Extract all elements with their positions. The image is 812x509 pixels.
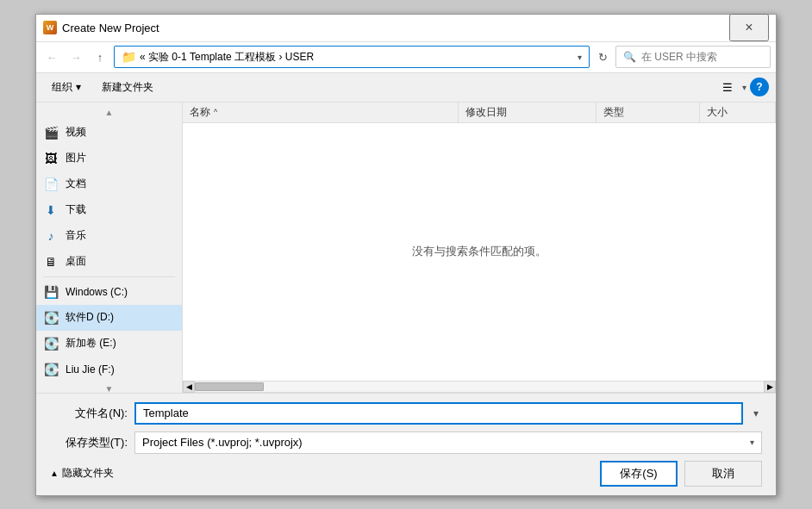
new-folder-button[interactable]: 新建文件夹 xyxy=(93,76,162,98)
filetype-value: Project Files (*.uvproj; *.uvprojx) xyxy=(142,436,303,449)
filename-dropdown-icon[interactable]: ▾ xyxy=(750,407,762,419)
create-new-project-dialog: W Create New Project × ← → ↑ 📁 « 实验 0-1 … xyxy=(35,14,777,496)
addressbar: ← → ↑ 📁 « 实验 0-1 Template 工程模板 › USER ▾ … xyxy=(36,42,776,73)
col-date-label: 修改日期 xyxy=(465,105,507,120)
close-button[interactable]: × xyxy=(729,14,769,41)
col-header-size[interactable]: 大小 xyxy=(700,102,776,122)
action-row: ▲ 隐藏文件夹 保存(S) 取消 xyxy=(50,461,762,487)
filename-input[interactable] xyxy=(134,402,743,425)
search-input[interactable] xyxy=(641,51,763,63)
address-path[interactable]: 📁 « 实验 0-1 Template 工程模板 › USER ▾ xyxy=(114,46,590,68)
f-drive-icon: 💽 xyxy=(43,363,59,376)
save-button[interactable]: 保存(S) xyxy=(600,461,678,487)
col-type-label: 类型 xyxy=(603,105,624,120)
up-button[interactable]: ↑ xyxy=(90,47,110,67)
col-size-label: 大小 xyxy=(707,105,728,120)
sidebar-label-f-drive: Liu Jie (F:) xyxy=(66,363,115,376)
filename-row: 文件名(N): ▾ xyxy=(50,402,762,425)
search-icon: 🔍 xyxy=(623,51,636,63)
h-scroll-left-btn[interactable]: ◀ xyxy=(183,381,195,393)
hide-folders-label: 隐藏文件夹 xyxy=(62,466,114,481)
sidebar-item-music[interactable]: ♪ 音乐 xyxy=(36,223,182,249)
forward-button[interactable]: → xyxy=(66,47,86,67)
sidebar-divider xyxy=(43,276,175,277)
sidebar-label-e-drive: 新加卷 (E:) xyxy=(66,336,116,351)
desktop-icon: 🖥 xyxy=(43,256,59,268)
titlebar: W Create New Project × xyxy=(36,15,776,42)
col-name-label: 名称 xyxy=(190,105,210,120)
filetype-dropdown-icon: ▾ xyxy=(750,438,754,447)
sidebar-item-documents[interactable]: 📄 文档 xyxy=(36,171,182,197)
sidebar-label-videos: 视频 xyxy=(66,125,86,140)
sidebar-label-pictures: 图片 xyxy=(66,151,86,165)
path-dropdown-icon[interactable]: ▾ xyxy=(578,53,582,62)
toolbar: 组织 ▾ 新建文件夹 ☰ ▾ ? xyxy=(36,73,776,102)
filetype-select[interactable]: Project Files (*.uvproj; *.uvprojx) ▾ xyxy=(134,431,762,454)
sidebar-item-pictures[interactable]: 🖼 图片 xyxy=(36,146,182,171)
filename-label: 文件名(N): xyxy=(50,406,128,421)
e-drive-icon: 💽 xyxy=(43,338,59,350)
sidebar-label-documents: 文档 xyxy=(66,177,86,191)
folder-icon: 📁 xyxy=(122,50,136,64)
col-header-name[interactable]: 名称 ^ xyxy=(183,102,459,122)
document-icon: 📄 xyxy=(43,178,59,190)
view-button[interactable]: ☰ xyxy=(716,76,739,98)
sidebar-label-d-drive: 软件D (D:) xyxy=(66,310,114,325)
sidebar-label-music: 音乐 xyxy=(66,228,86,243)
download-icon: ⬇ xyxy=(43,204,59,216)
sidebar-item-videos[interactable]: 🎬 视频 xyxy=(36,120,182,146)
sidebar-item-desktop[interactable]: 🖥 桌面 xyxy=(36,249,182,275)
empty-message: 没有与搜索条件匹配的项。 xyxy=(412,244,547,259)
chevron-icon: ▲ xyxy=(50,469,59,478)
horizontal-scrollbar[interactable]: ◀ ▶ xyxy=(183,381,776,393)
filetype-row: 保存类型(T): Project Files (*.uvproj; *.uvpr… xyxy=(50,431,762,454)
cancel-button[interactable]: 取消 xyxy=(684,461,762,487)
sidebar: ▲ 🎬 视频 🖼 图片 📄 文档 ⬇ 下载 ♪ 音乐 🖥 xyxy=(36,102,183,393)
sidebar-label-desktop: 桌面 xyxy=(66,254,86,269)
sidebar-item-f-drive[interactable]: 💽 Liu Jie (F:) xyxy=(36,357,182,382)
sort-icon: ^ xyxy=(214,108,217,116)
path-text: « 实验 0-1 Template 工程模板 › USER xyxy=(140,50,574,65)
file-list-header: 名称 ^ 修改日期 类型 大小 xyxy=(183,102,776,123)
view-icon: ☰ xyxy=(722,81,733,94)
view-dropdown-icon[interactable]: ▾ xyxy=(742,83,746,92)
c-drive-icon: 💾 xyxy=(43,286,59,298)
help-button[interactable]: ? xyxy=(750,78,769,96)
file-list-area: 名称 ^ 修改日期 类型 大小 没有与搜索条件匹配的项。 ◀ xyxy=(183,102,776,393)
content-area: ▲ 🎬 视频 🖼 图片 📄 文档 ⬇ 下载 ♪ 音乐 🖥 xyxy=(36,102,776,393)
new-folder-label: 新建文件夹 xyxy=(102,80,153,95)
footer-form: 文件名(N): ▾ 保存类型(T): Project Files (*.uvpr… xyxy=(36,393,776,495)
file-list-content: 没有与搜索条件匹配的项。 xyxy=(183,123,776,381)
h-scroll-thumb[interactable] xyxy=(195,382,264,391)
col-header-type[interactable]: 类型 xyxy=(597,102,700,122)
refresh-button[interactable]: ↻ xyxy=(593,47,612,66)
video-icon: 🎬 xyxy=(43,127,59,139)
filetype-label: 保存类型(T): xyxy=(50,435,128,450)
dialog-title: Create New Project xyxy=(62,22,729,34)
sidebar-item-d-drive[interactable]: 💽 软件D (D:) xyxy=(36,305,182,331)
app-icon: W xyxy=(43,21,57,34)
sidebar-item-downloads[interactable]: ⬇ 下载 xyxy=(36,197,182,223)
hide-folders-button[interactable]: ▲ 隐藏文件夹 xyxy=(50,466,114,481)
d-drive-icon: 💽 xyxy=(43,312,59,324)
search-box[interactable]: 🔍 xyxy=(615,46,771,68)
organize-button[interactable]: 组织 ▾ xyxy=(43,76,90,98)
sidebar-scroll-down[interactable]: ▼ xyxy=(36,382,182,393)
sidebar-item-e-drive[interactable]: 💽 新加卷 (E:) xyxy=(36,331,182,357)
col-header-date[interactable]: 修改日期 xyxy=(459,102,597,122)
sidebar-item-c-drive[interactable]: 💾 Windows (C:) xyxy=(36,279,182,305)
sidebar-scroll-up[interactable]: ▲ xyxy=(36,106,182,120)
organize-arrow-icon: ▾ xyxy=(76,81,81,93)
organize-label: 组织 xyxy=(52,80,72,95)
h-scroll-track[interactable] xyxy=(195,381,764,393)
dialog-buttons: 保存(S) 取消 xyxy=(600,461,762,487)
h-scroll-right-btn[interactable]: ▶ xyxy=(764,381,776,393)
back-button[interactable]: ← xyxy=(41,47,62,67)
sidebar-label-c-drive: Windows (C:) xyxy=(66,286,128,298)
music-icon: ♪ xyxy=(43,230,59,242)
sidebar-label-downloads: 下载 xyxy=(66,202,86,217)
picture-icon: 🖼 xyxy=(43,152,59,164)
